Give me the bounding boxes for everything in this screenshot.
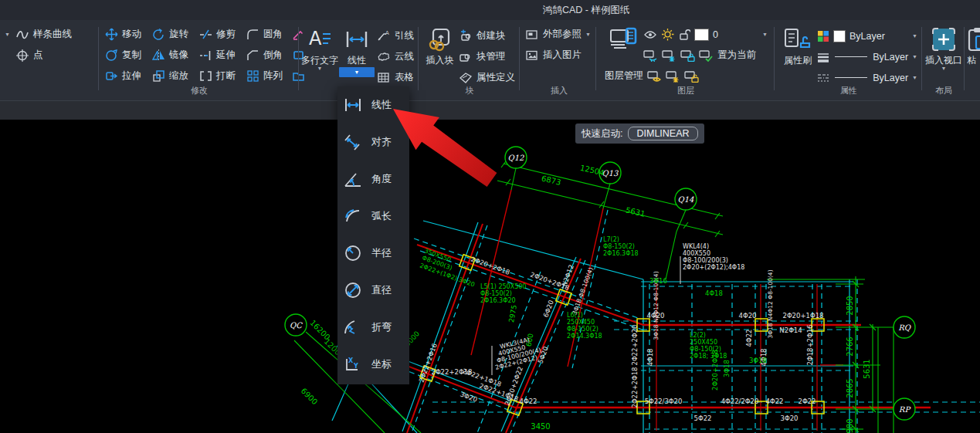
eye-icon[interactable]	[643, 29, 657, 40]
attribute-definition-button[interactable]: 属性定义	[457, 71, 517, 84]
chamfer-button[interactable]: 倒角	[245, 49, 284, 62]
leader-icon: A	[377, 29, 391, 42]
axis-bubble-label: RQ	[898, 323, 911, 332]
xref-icon	[525, 28, 539, 41]
linetype-dropdown[interactable]: ▼	[912, 75, 917, 80]
svg-text:N2Φ14: N2Φ14	[779, 326, 802, 334]
rotate-button[interactable]: 旋转	[151, 28, 190, 41]
svg-text:4Φ22: 4Φ22	[766, 397, 784, 405]
paste-button[interactable]: 粘	[967, 24, 980, 66]
revision-cloud-button[interactable]: 云线	[375, 50, 415, 63]
object-color-swatch[interactable]	[833, 30, 846, 42]
cloud-icon	[377, 50, 391, 63]
layer-thaw-icon[interactable]	[666, 70, 680, 83]
fillet-button[interactable]: 圆角	[245, 28, 284, 41]
layer-manager-icon[interactable]	[608, 25, 640, 55]
svg-text:6900: 6900	[300, 387, 320, 407]
lineweight-bylayer[interactable]: ByLayer	[873, 52, 908, 63]
color-bylayer[interactable]: ByLayer	[849, 31, 885, 42]
create-block-button[interactable]: 创建块	[457, 29, 507, 42]
tag-icon	[459, 71, 473, 84]
svg-text:2Φ20+1Φ18: 2Φ20+1Φ18	[783, 312, 824, 320]
layer-color-swatch[interactable]	[694, 29, 709, 41]
beam-callout-l7: L7(2) Φ8-150(2) 2Φ16.3Φ18	[603, 236, 639, 257]
linetype-bylayer[interactable]: ByLayer	[873, 73, 908, 83]
color-dropdown[interactable]: ▼	[912, 33, 917, 39]
chevron-down-icon[interactable]: ▼	[585, 32, 591, 37]
title-bar: 鸿鹄CAD - 样例图纸	[0, 0, 980, 20]
diameter-dim-icon	[344, 282, 362, 299]
menu-item-jogged[interactable]: 折弯	[337, 309, 409, 346]
leader-button[interactable]: A引线	[375, 29, 415, 42]
break-button[interactable]: 打断	[198, 69, 237, 83]
mirror-button[interactable]: 镜像	[151, 49, 190, 62]
menu-item-diameter[interactable]: 直径	[337, 272, 409, 309]
svg-text:4Φ22/2Φ20: 4Φ22/2Φ20	[721, 397, 759, 405]
array-button[interactable]: 阵列	[245, 69, 284, 83]
ribbon-group-draw: ▼ 样条曲线 点	[5, 24, 96, 96]
trim-button[interactable]: 修剪	[198, 28, 237, 41]
svg-text:4Φ20: 4Φ20	[739, 312, 757, 320]
menu-item-aligned[interactable]: 对齐	[337, 123, 409, 161]
chevron-down-icon[interactable]: ▼	[5, 32, 10, 37]
layer-combo-dropdown[interactable]: ▼	[762, 32, 768, 37]
svg-text:2Φ20+(2Φ12);4Φ18: 2Φ20+(2Φ12);4Φ18	[683, 264, 744, 271]
set-current-icon[interactable]	[699, 49, 714, 62]
layer-lock-icon[interactable]	[680, 49, 695, 62]
extend-icon	[199, 49, 212, 62]
insert-viewport-button[interactable]: 插入视口 ▼	[925, 24, 962, 71]
scale-button[interactable]: 缩放	[151, 69, 190, 83]
svg-text:Φ8-100/200(3): Φ8-100/200(3)	[683, 257, 728, 264]
angular-dim-icon	[344, 171, 362, 188]
chevron-down-icon[interactable]: ▼	[941, 66, 947, 71]
ribbon: ▼ 样条曲线 点 移动 复制 拉伸 旋转 镜像 缩放	[0, 20, 980, 101]
mtext-button[interactable]: A 多行文字 ▼	[301, 24, 338, 96]
ribbon-group-properties: 属性刷 ByLayer ▼ ByLayer ▼ ByLayer ▼ 属性	[778, 24, 919, 96]
unlock-icon[interactable]	[678, 29, 690, 41]
menu-item-arc-length[interactable]: 弧长	[337, 198, 409, 235]
table-button[interactable]: 表格	[375, 71, 415, 84]
menu-item-angular[interactable]: 角度	[337, 161, 409, 198]
linear-dim-dropdown-toggle[interactable]: ▼	[339, 67, 375, 77]
svg-text:3Φ18: 3Φ18	[723, 360, 731, 377]
layer-on-icon[interactable]	[647, 70, 662, 83]
menu-item-ordinate[interactable]: XY 坐标	[337, 346, 409, 383]
point-button[interactable]: 点	[14, 49, 45, 63]
menu-item-radius[interactable]: 半径	[337, 235, 409, 272]
block-manager-button[interactable]: 块管理	[457, 50, 507, 63]
linear-dim-button[interactable]: 线性 ▼	[338, 24, 375, 96]
svg-text:2850: 2850	[846, 296, 854, 315]
svg-text:2Φ16.3Φ18: 2Φ16.3Φ18	[603, 250, 639, 257]
layer-off-icon[interactable]	[643, 49, 658, 62]
xref-button[interactable]: 外部参照▼	[524, 28, 592, 41]
layer-manager-label[interactable]: 图层管理	[605, 69, 643, 83]
svg-text:X: X	[348, 357, 354, 364]
insert-image-button[interactable]: 插入图片	[524, 49, 583, 62]
spline-button[interactable]: 样条曲线	[14, 28, 73, 42]
trim-icon	[199, 28, 212, 41]
block-manager-icon	[459, 50, 473, 63]
set-current-label[interactable]: 置为当前	[717, 49, 756, 62]
layer-unlock-icon[interactable]	[684, 70, 699, 83]
move-icon	[105, 28, 118, 41]
chevron-down-icon[interactable]: ▼	[317, 66, 323, 71]
sun-icon[interactable]	[661, 28, 674, 41]
break-icon	[199, 69, 212, 83]
svg-text:3Φ18 N4Φ12 Φ8-100(4): 3Φ18 N4Φ12 Φ8-100(4)	[767, 269, 774, 338]
tooltip-command: DIMLINEAR	[628, 127, 697, 140]
radius-dim-icon	[344, 245, 362, 262]
ribbon-group-modify: 移动 复制 拉伸 旋转 镜像 缩放 修剪 延伸 打断 圆角 倒角 阵列	[103, 24, 295, 96]
jogged-dim-icon	[344, 319, 362, 336]
layer-freeze-icon[interactable]	[662, 49, 677, 62]
extend-button[interactable]: 延伸	[198, 49, 237, 62]
menu-item-linear[interactable]: 线性	[337, 86, 409, 123]
svg-text:250X450: 250X450	[690, 339, 717, 346]
stretch-button[interactable]: 拉伸	[103, 69, 143, 83]
lineweight-dropdown[interactable]: ▼	[912, 54, 917, 59]
ribbon-group-block: 插入块 创建块 块管理 属性定义 块	[422, 24, 517, 96]
svg-text:6873: 6873	[541, 174, 561, 186]
copy-button[interactable]: 复制	[103, 49, 143, 62]
point-icon	[15, 49, 29, 63]
svg-text:2Φ20+2Φ18: 2Φ20+2Φ18	[711, 350, 719, 391]
move-button[interactable]: 移动	[103, 28, 143, 41]
